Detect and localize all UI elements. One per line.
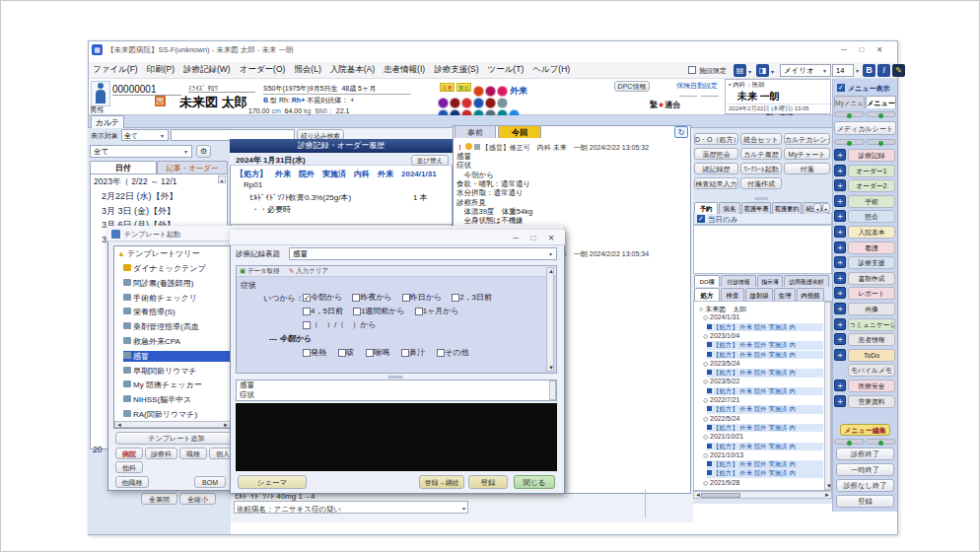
tab-today[interactable]: 今回 xyxy=(498,125,541,138)
form-vscrollbar[interactable]: ▲ ▼ xyxy=(546,267,554,372)
pager[interactable] xyxy=(834,439,865,445)
record-title-select[interactable]: 感冒 xyxy=(289,247,557,260)
template-tree-item[interactable]: 早期関節リウマチ xyxy=(123,366,234,377)
template-tree-item[interactable]: 栄養指導(S) xyxy=(123,307,234,317)
plus-icon[interactable]: ＋ xyxy=(834,303,846,314)
sidebar-menu-item[interactable]: モバイルメモ xyxy=(848,364,895,377)
do-date-row[interactable]: ◇ 2023/5/22 xyxy=(703,378,821,385)
preview-textarea[interactable] xyxy=(236,380,557,401)
plus-icon[interactable]: ＋ xyxy=(834,380,846,391)
scroll-up-icon[interactable]: ▲ xyxy=(548,268,554,274)
plus-icon[interactable]: ＋ xyxy=(834,195,846,207)
template-add-button[interactable]: テンプレート追加 xyxy=(115,432,238,445)
checkbox-option[interactable]: 1週間前から xyxy=(353,306,405,316)
preview-vscrollbar[interactable] xyxy=(549,380,556,400)
checkbox-option[interactable]: 鼻汁 xyxy=(401,347,425,358)
date-tree-clipped-item[interactable]: 20 xyxy=(93,445,105,454)
sort-button[interactable]: 並び替え xyxy=(411,155,449,166)
menubar-item[interactable]: オーダー(O) xyxy=(240,64,286,77)
sidebar-menu-item[interactable]: 医療安全 xyxy=(848,380,895,392)
close-icon[interactable]: ✕ xyxy=(873,45,886,54)
fetch-data-button[interactable]: ▣ データ取得 xyxy=(240,267,280,276)
checkbox-option[interactable]: 発熱 xyxy=(303,347,326,358)
checkbox-option[interactable]: その他 xyxy=(437,347,468,358)
italic-button[interactable]: I xyxy=(877,64,890,77)
sidebar-menu-item[interactable]: 患者情報 xyxy=(848,333,895,346)
mid-tab[interactable]: 病名 xyxy=(719,202,740,214)
menubar-item[interactable]: 照会(L) xyxy=(294,64,320,77)
plus-icon[interactable]: ＋ xyxy=(834,333,846,345)
do-tab[interactable]: 往診情報 xyxy=(721,275,756,287)
refresh-icon[interactable]: ↻ xyxy=(674,126,688,138)
referral-diagnosis-field[interactable]: 依頼病名：アニサキス症の疑い ▾ xyxy=(234,501,468,514)
template-tree-item[interactable]: My 頭痛チェッカー xyxy=(123,380,234,390)
template-tree-item[interactable]: NIHSS(脳卒中ス xyxy=(123,394,234,405)
plus-icon[interactable]: ＋ xyxy=(834,149,846,161)
maximize-icon[interactable]: □ xyxy=(527,234,539,242)
plus-icon[interactable]: ＋ xyxy=(834,165,846,176)
checkbox[interactable] xyxy=(353,308,361,315)
date-tree-item[interactable]: 3月 3日 (金)【外】 xyxy=(102,205,226,218)
date-tree-root[interactable]: 2023年（ 2/22 ～ 12/1 xyxy=(94,176,218,188)
checkbox-option[interactable]: 昨夜から xyxy=(352,292,391,303)
pause-button[interactable]: 一時終了 xyxy=(836,463,894,476)
sidebar-menu-item[interactable]: 手術 xyxy=(848,195,895,208)
scroll-thumb[interactable] xyxy=(701,493,740,498)
mid-tab[interactable]: 看護年表 xyxy=(741,202,771,214)
scroll-right-icon[interactable]: ► xyxy=(223,422,229,428)
pager[interactable] xyxy=(834,139,865,145)
role-filter-button[interactable]: 職種 xyxy=(179,448,207,459)
do-entry-row[interactable]: 【処方】 外来 院外 実施済 内 xyxy=(707,369,823,378)
tab-scroll-left-icon[interactable]: ◂ xyxy=(813,203,821,213)
register-button[interactable]: 登録 xyxy=(836,495,894,508)
mid-tab[interactable]: 看護要約 xyxy=(772,202,802,214)
scroll-up-icon[interactable]: ▲ xyxy=(218,175,226,183)
quick-button[interactable]: 検査結果入力 xyxy=(694,177,738,189)
do-date-row[interactable]: ◇ 2023/5/24 xyxy=(703,360,821,368)
checkbox[interactable] xyxy=(366,349,374,357)
plus-icon[interactable]: ＋ xyxy=(834,395,846,407)
do-vscrollbar[interactable]: ▼ xyxy=(824,302,831,490)
note-stamp-icon[interactable]: ◨ xyxy=(756,64,769,77)
auto-insurance-link[interactable]: 保険自動設定 xyxy=(676,81,718,91)
schema-button[interactable]: シェーマ xyxy=(238,475,307,489)
menu-edit-button[interactable]: メニュー編集 xyxy=(840,424,890,436)
other-role-button[interactable]: 他職種 xyxy=(115,476,149,488)
chevron-down-icon[interactable]: ▾ xyxy=(771,68,774,75)
quick-button[interactable]: カルテ履歴 xyxy=(740,148,782,160)
register-button[interactable]: 登録 xyxy=(468,475,508,489)
do-entry-row[interactable]: 【処方】 外来 院外 実施済 内 xyxy=(707,323,823,332)
sidebar-menu-item[interactable]: 看護 xyxy=(848,242,895,254)
collapse-all-button[interactable]: 全縮小 xyxy=(179,493,216,505)
template-tree-item[interactable]: ダイナミックテンプ xyxy=(123,263,234,274)
do-entry-row[interactable]: 【処方】 外来 院外 実施済 内 xyxy=(707,351,823,360)
checkbox-option[interactable]: 2，3日前 xyxy=(452,292,492,303)
plus-icon[interactable]: ＋ xyxy=(834,242,846,253)
do-entry-row[interactable]: 【処方】 外来 院外 実施済 内 xyxy=(707,341,823,350)
dpc-info-button[interactable]: DPC情報 xyxy=(614,81,650,92)
medical-sheet-button[interactable]: メディカルシート xyxy=(834,121,896,135)
checkbox-option[interactable]: 咳 xyxy=(338,347,354,358)
sidebar-menu-item[interactable]: 入院基本 xyxy=(848,226,895,239)
minimize-icon[interactable]: ─ xyxy=(837,45,851,54)
sidebar-menu-item[interactable]: 診療記録 xyxy=(848,149,895,162)
checkbox[interactable] xyxy=(415,308,423,315)
gear-icon[interactable]: ⚙ xyxy=(196,145,211,158)
menubar-item[interactable]: ファイル(F) xyxy=(93,64,138,77)
plus-icon[interactable]: ＋ xyxy=(834,210,846,222)
tab-my-menu[interactable]: Myメニュー xyxy=(834,96,865,108)
template-tree-item[interactable]: RA(関節リウマチ) xyxy=(123,409,234,420)
template-tree-item[interactable]: 薬剤管理指導(高血 xyxy=(123,321,234,332)
quick-button[interactable]: Myチャート xyxy=(784,148,830,160)
bom-button[interactable]: BOM xyxy=(194,476,226,488)
category-select[interactable]: 全て xyxy=(90,145,192,158)
checkbox[interactable] xyxy=(452,294,459,302)
do-date-row[interactable]: ◇ 2022/7/21 xyxy=(703,396,821,404)
scroll-down-icon[interactable]: ▼ xyxy=(826,483,832,489)
do-tab[interactable]: 訪問看護依頼 xyxy=(784,275,829,287)
menubar-item[interactable]: 印刷(P) xyxy=(147,64,175,77)
menubar-item[interactable]: 入院基本(A) xyxy=(330,64,375,77)
sidebar-menu-item[interactable]: 営業資料 xyxy=(848,395,895,408)
sidebar-menu-item[interactable]: オーダー1 xyxy=(848,165,895,177)
do-entry-row[interactable]: 【処方】 外来 院外 実施済 内 xyxy=(707,460,823,469)
